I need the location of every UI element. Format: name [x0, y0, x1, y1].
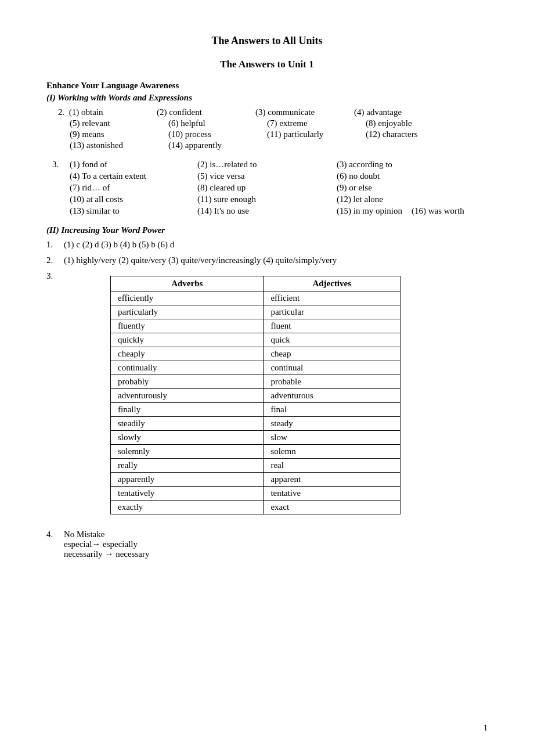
- item3-2-2: (5) vice versa: [197, 171, 325, 181]
- table-cell: continual: [264, 361, 400, 375]
- item2-1-3: (3) communicate: [255, 107, 348, 117]
- item2-4-1: (13) astonished: [70, 141, 163, 150]
- table-row: adventurouslyadventurous: [111, 389, 400, 403]
- item4-line3: necessarily → necessary: [64, 549, 488, 559]
- item-II-2-label: 2.: [46, 255, 64, 265]
- table-row: fluentlyfluent: [111, 319, 400, 333]
- enhance-heading: Enhance Your Language Awareness: [46, 81, 488, 91]
- item3-4-3: (12) let alone: [337, 195, 453, 204]
- table-row: efficientlyefficient: [111, 291, 400, 305]
- table-row: quicklyquick: [111, 333, 400, 347]
- item3-row2: (4) To a certain extent (5) vice versa (…: [46, 171, 488, 181]
- table-row: apparentlyapparent: [111, 473, 400, 487]
- item-II-3-label: 3.: [46, 271, 64, 524]
- item2-row2: (5) relevant (6) helpful (7) extreme (8)…: [46, 118, 488, 128]
- item-II-1-label: 1.: [46, 240, 64, 250]
- main-title: The Answers to All Units: [46, 35, 488, 47]
- table-cell: adventurously: [111, 389, 264, 403]
- table-cell: adventurous: [264, 389, 400, 403]
- item-II-1-answers: (1) c (2) d (3) b (4) b (5) b (6) d: [64, 240, 488, 250]
- item4-label: 4.: [46, 530, 64, 559]
- table-cell: final: [264, 403, 400, 417]
- item3-row1: 3. (1) fond of (2) is…related to (3) acc…: [46, 160, 488, 170]
- subsection-I-heading: (I) Working with Words and Expressions: [46, 93, 488, 103]
- table-cell: efficiently: [111, 291, 264, 305]
- item-II-3: 3. Adverbs Adjectives efficientlyefficie…: [46, 271, 488, 524]
- item3-3-2: (8) cleared up: [197, 183, 325, 193]
- item3-3-1: (7) rid… of: [70, 183, 186, 193]
- table-row: solemnlysolemn: [111, 445, 400, 459]
- item2-1-4: (4) advantage: [354, 107, 447, 117]
- item3-row4: (10) at all costs (11) sure enough (12) …: [46, 195, 488, 204]
- item4-block: 4. No Mistake especial→ especially neces…: [46, 530, 488, 559]
- item3-5-4: (16) was worth: [412, 206, 464, 216]
- item4-content: No Mistake especial→ especially necessar…: [64, 530, 488, 559]
- table-row: steadilysteady: [111, 417, 400, 431]
- table-cell: probably: [111, 375, 264, 389]
- table-cell: steady: [264, 417, 400, 431]
- item2-2-4: (8) enjoyable: [366, 118, 459, 128]
- table-cell: slowly: [111, 431, 264, 445]
- table-cell: apparently: [111, 473, 264, 487]
- table-cell: fluently: [111, 319, 264, 333]
- table-cell: tentative: [264, 487, 400, 501]
- page-number: 1: [484, 723, 488, 733]
- table-cell: steadily: [111, 417, 264, 431]
- table-cell: efficient: [264, 291, 400, 305]
- item-II-3-content: Adverbs Adjectives efficientlyefficientp…: [64, 271, 488, 524]
- item2-row4: (13) astonished (14) apparently: [46, 141, 488, 150]
- item2-2-3: (7) extreme: [267, 118, 360, 128]
- item-II-2: 2. (1) highly/very (2) quite/very (3) qu…: [46, 255, 488, 265]
- table-row: continuallycontinual: [111, 361, 400, 375]
- table-cell: slow: [264, 431, 400, 445]
- word-table: Adverbs Adjectives efficientlyefficientp…: [110, 276, 400, 514]
- table-cell: fluent: [264, 319, 400, 333]
- item3-label: 3.: [52, 160, 70, 170]
- item3-block: 3. (1) fond of (2) is…related to (3) acc…: [46, 160, 488, 216]
- table-cell: solemn: [264, 445, 400, 459]
- item-II-2-answers: (1) highly/very (2) quite/very (3) quite…: [64, 255, 488, 265]
- item2-3-4: (12) characters: [366, 129, 459, 139]
- item3-row3: (7) rid… of (8) cleared up (9) or else: [46, 183, 488, 193]
- table-cell: cheaply: [111, 347, 264, 361]
- item2-block: 2. (1) obtain (2) confident (3) communic…: [46, 107, 488, 150]
- table-cell: probable: [264, 375, 400, 389]
- item-II-1: 1. (1) c (2) d (3) b (4) b (5) b (6) d: [46, 240, 488, 250]
- item2-1-2: (2) confident: [157, 107, 250, 117]
- item3-row5: (13) similar to (14) It's no use (15) in…: [46, 206, 488, 216]
- table-row: reallyreal: [111, 459, 400, 473]
- item2-row3: (9) means (10) process (11) particularly…: [46, 129, 488, 139]
- item3-2-1: (4) To a certain extent: [70, 171, 186, 181]
- table-row: finallyfinal: [111, 403, 400, 417]
- table-header-adjectives: Adjectives: [264, 276, 400, 291]
- table-row: particularlyparticular: [111, 305, 400, 319]
- item3-2-3: (6) no doubt: [337, 171, 453, 181]
- item3-3-3: (9) or else: [337, 183, 453, 193]
- item3-1-1: (1) fond of: [70, 160, 186, 170]
- table-cell: particular: [264, 305, 400, 319]
- item2-row1: 2. (1) obtain (2) confident (3) communic…: [46, 107, 488, 117]
- subsection-II-block: (II) Increasing Your Word Power 1. (1) c…: [46, 225, 488, 559]
- item3-4-1: (10) at all costs: [70, 195, 186, 204]
- table-cell: quick: [264, 333, 400, 347]
- table-cell: exact: [264, 501, 400, 514]
- item3-5-1: (13) similar to: [70, 206, 186, 216]
- table-row: tentativelytentative: [111, 487, 400, 501]
- table-cell: really: [111, 459, 264, 473]
- table-cell: solemnly: [111, 445, 264, 459]
- item3-4-2: (11) sure enough: [197, 195, 325, 204]
- item3-5-2: (14) It's no use: [197, 206, 325, 216]
- item2-3-1: (9) means: [70, 129, 163, 139]
- table-cell: cheap: [264, 347, 400, 361]
- table-row: slowlyslow: [111, 431, 400, 445]
- table-row: exactlyexact: [111, 501, 400, 514]
- table-cell: particularly: [111, 305, 264, 319]
- item4-line1: No Mistake: [64, 530, 488, 539]
- subsection-II-heading: (II) Increasing Your Word Power: [46, 225, 488, 235]
- unit-title: The Answers to Unit 1: [46, 59, 488, 70]
- item2-2-1: (5) relevant: [70, 118, 163, 128]
- table-cell: continually: [111, 361, 264, 375]
- table-row: probablyprobable: [111, 375, 400, 389]
- item2-2-2: (6) helpful: [168, 118, 261, 128]
- item2-3-2: (10) process: [168, 129, 261, 139]
